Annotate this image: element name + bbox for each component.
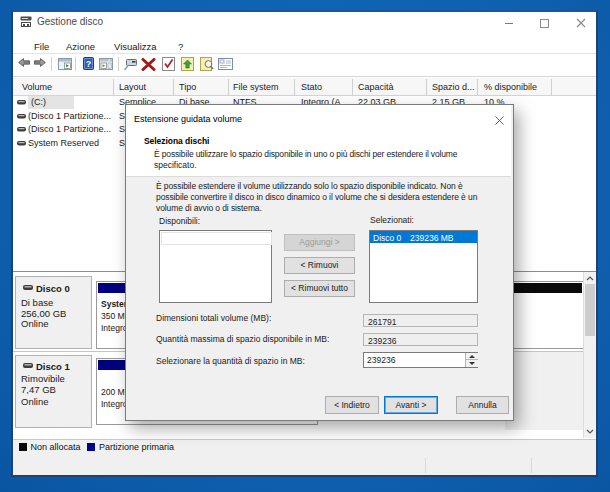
svg-text:?: ?: [86, 59, 92, 69]
